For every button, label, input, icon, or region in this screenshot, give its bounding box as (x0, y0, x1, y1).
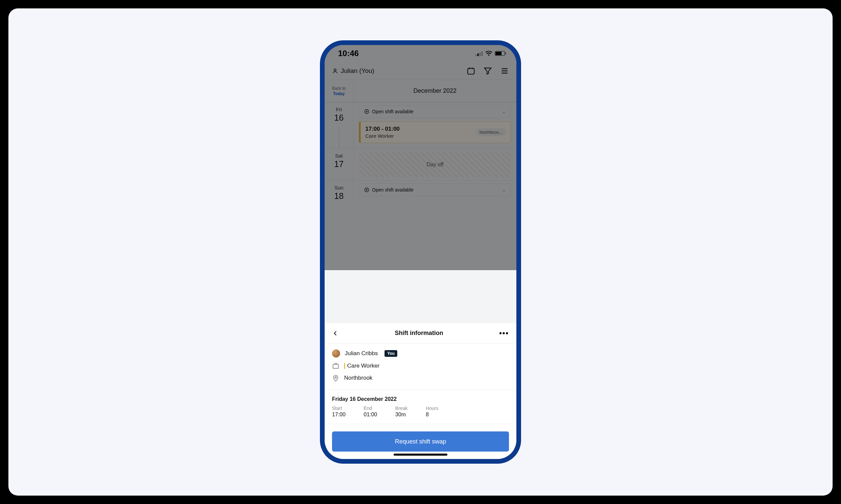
end-value: 01:00 (364, 412, 377, 418)
role-color-mark (344, 363, 345, 369)
sub-header: Back to Today December 2022 (325, 80, 516, 102)
day-column: Sun 18 (325, 181, 354, 202)
shift-location-pill: Northbroo... (476, 128, 506, 136)
day-off-label: Day off (359, 152, 511, 177)
svg-point-5 (335, 377, 337, 378)
user-chip[interactable]: Julian (You) (332, 67, 374, 75)
user-label: Julian (You) (341, 67, 374, 75)
open-shift-row[interactable]: Open shift available ⌄ (359, 183, 511, 196)
hours-value: 8 (426, 412, 438, 418)
location-text: Northbrook (344, 375, 372, 381)
location-icon (332, 374, 340, 382)
shift-date: Friday 16 December 2022 (332, 396, 509, 402)
status-icons (475, 51, 505, 56)
cellular-icon (475, 51, 483, 56)
battery-icon (495, 51, 505, 56)
role-row: Care Worker (332, 362, 509, 370)
day-column: Sat 17 (325, 149, 354, 180)
back-to-today-button[interactable]: Back to Today (325, 80, 354, 102)
day-block-fri: Fri 16 Open shift available ⌄ (325, 102, 516, 148)
location-row: Northbrook (332, 374, 509, 382)
back-icon[interactable] (332, 330, 339, 337)
break-value: 30m (395, 412, 408, 418)
phone-frame: 10:46 Julian (You) (320, 40, 521, 464)
svg-point-0 (334, 69, 336, 71)
more-icon[interactable]: ••• (499, 329, 509, 338)
shift-info-sheet: Shift information ••• Julian Cribbs You … (325, 323, 516, 459)
plus-circle-icon (364, 187, 370, 193)
you-badge: You (384, 350, 397, 357)
month-label: December 2022 (354, 80, 516, 102)
chevron-down-icon: ⌄ (502, 187, 506, 193)
phone-screen: 10:46 Julian (You) (325, 45, 516, 459)
shift-time: 17:00 - 01:00 (365, 126, 400, 132)
briefcase-icon (332, 362, 340, 370)
schedule-list[interactable]: Fri 16 Open shift available ⌄ (325, 102, 516, 202)
role-text: Care Worker (347, 362, 379, 369)
shift-card[interactable]: 17:00 - 01:00 Care Worker Northbroo... (359, 121, 511, 143)
home-indicator[interactable] (394, 454, 447, 456)
status-time: 10:46 (338, 49, 359, 58)
employee-name: Julian Cribbs (345, 350, 378, 357)
avatar (332, 349, 340, 358)
day-column: Fri 16 (325, 103, 354, 148)
day-block-sat: Sat 17 Day off (325, 148, 516, 180)
app-header: Julian (You) (325, 62, 516, 80)
wifi-icon (485, 51, 492, 56)
svg-rect-4 (333, 364, 339, 368)
sheet-title: Shift information (395, 330, 443, 337)
day-block-sun: Sun 18 Open shift available ⌄ (325, 180, 516, 202)
sheet-meta: Friday 16 December 2022 Start17:00 End01… (325, 390, 516, 424)
employee-row: Julian Cribbs You (332, 349, 509, 358)
page-background: 10:46 Julian (You) (8, 8, 833, 496)
sheet-header: Shift information ••• (325, 323, 516, 343)
request-shift-swap-button[interactable]: Request shift swap (332, 431, 509, 452)
person-icon (332, 68, 338, 74)
menu-icon[interactable] (500, 67, 509, 75)
start-value: 17:00 (332, 412, 345, 418)
filter-icon[interactable] (483, 67, 492, 75)
open-shift-row[interactable]: Open shift available ⌄ (359, 105, 511, 118)
plus-circle-icon (364, 109, 370, 114)
calendar-icon[interactable] (467, 67, 475, 75)
sheet-body: Julian Cribbs You Care Worker Northbrook (325, 343, 516, 390)
status-bar: 10:46 (325, 45, 516, 62)
svg-rect-1 (468, 68, 474, 74)
chevron-down-icon: ⌄ (502, 109, 506, 114)
shift-role: Care Worker (365, 133, 400, 139)
